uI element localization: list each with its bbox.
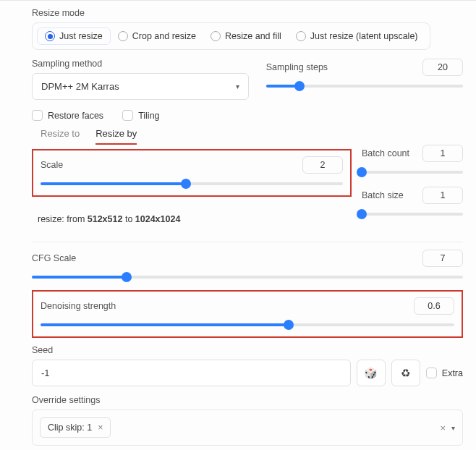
batch-count-label: Batch count: [362, 148, 409, 158]
batch-size-value[interactable]: 1: [422, 187, 463, 204]
scale-highlight-box: Scale 2: [32, 149, 352, 197]
scale-slider[interactable]: [41, 178, 343, 190]
batch-count-slider[interactable]: [362, 166, 463, 178]
resize-mode-latent-upscale[interactable]: Just resize (latent upscale): [289, 27, 425, 45]
radio-icon: [45, 31, 55, 41]
radio-label: Resize and fill: [225, 31, 281, 41]
scale-value[interactable]: 2: [302, 156, 343, 174]
seed-random-button[interactable]: 🎲: [357, 360, 386, 386]
denoise-label: Denoising strength: [41, 301, 116, 311]
checkbox-icon: [32, 110, 43, 121]
seed-input[interactable]: -1: [32, 360, 351, 386]
resize-mode-resize-and-fill[interactable]: Resize and fill: [203, 27, 289, 45]
scale-label: Scale: [41, 160, 63, 170]
slider-thumb[interactable]: [294, 81, 305, 91]
override-settings-box: Clip skip: 1 × × ▾: [32, 409, 463, 446]
denoise-value[interactable]: 0.6: [414, 297, 454, 315]
resize-mode-group: Just resize Crop and resize Resize and f…: [32, 22, 430, 50]
clear-all-icon[interactable]: ×: [440, 423, 446, 433]
radio-icon: [296, 31, 306, 41]
batch-count-value[interactable]: 1: [422, 145, 463, 162]
chip-label: Clip skip: 1: [48, 423, 92, 433]
radio-label: Just resize: [59, 31, 103, 41]
cfg-scale-value[interactable]: 7: [422, 250, 463, 267]
radio-label: Crop and resize: [132, 31, 196, 41]
chevron-down-icon: ▾: [236, 82, 239, 90]
slider-thumb[interactable]: [122, 272, 132, 282]
checkbox-label: Restore faces: [48, 111, 103, 121]
sampling-method-value: DPM++ 2M Karras: [41, 81, 119, 92]
slider-thumb[interactable]: [357, 209, 367, 219]
sampling-steps-slider[interactable]: [266, 80, 463, 92]
seed-label: Seed: [32, 345, 463, 355]
slider-thumb[interactable]: [181, 179, 191, 189]
checkbox-icon: [426, 368, 437, 378]
resize-mode-crop-and-resize[interactable]: Crop and resize: [111, 27, 203, 45]
denoise-slider[interactable]: [41, 319, 454, 331]
batch-size-label: Batch size: [362, 190, 404, 200]
denoise-highlight-box: Denoising strength 0.6: [32, 290, 463, 338]
recycle-icon: ♻: [401, 367, 410, 380]
batch-size-slider[interactable]: [362, 208, 463, 220]
sampling-method-label: Sampling method: [32, 59, 249, 69]
cfg-scale-label: CFG Scale: [32, 253, 76, 263]
resize-info: resize: from 512x512 to 1024x1024: [32, 201, 352, 234]
override-chip-clip-skip[interactable]: Clip skip: 1 ×: [40, 417, 111, 438]
checkbox-label: Extra: [442, 368, 463, 378]
checkbox-label: Tiling: [138, 111, 159, 121]
seed-reuse-button[interactable]: ♻: [391, 360, 420, 386]
sampling-steps-label: Sampling steps: [266, 62, 328, 72]
cfg-scale-slider[interactable]: [32, 271, 463, 283]
override-settings-label: Override settings: [32, 395, 463, 405]
dice-icon: 🎲: [364, 367, 378, 380]
sampling-steps-value[interactable]: 20: [422, 59, 463, 76]
slider-thumb[interactable]: [357, 167, 367, 177]
close-icon[interactable]: ×: [98, 423, 103, 433]
slider-thumb[interactable]: [284, 320, 294, 330]
radio-label: Just resize (latent upscale): [310, 31, 418, 41]
checkbox-icon: [122, 110, 133, 121]
radio-icon: [211, 31, 221, 41]
tab-resize-by[interactable]: Resize by: [95, 128, 137, 145]
restore-faces-checkbox[interactable]: Restore faces: [32, 110, 103, 121]
resize-mode-just-resize[interactable]: Just resize: [37, 27, 111, 45]
sampling-method-select[interactable]: DPM++ 2M Karras ▾: [32, 73, 249, 100]
tab-resize-to[interactable]: Resize to: [41, 128, 80, 145]
chevron-down-icon[interactable]: ▾: [451, 424, 455, 432]
radio-icon: [118, 31, 128, 41]
resize-mode-label: Resize mode: [32, 8, 463, 18]
seed-extra-checkbox[interactable]: Extra: [426, 360, 463, 386]
tiling-checkbox[interactable]: Tiling: [122, 110, 159, 121]
accordion-tiled-diffusion[interactable]: Tiled Diffusion ◀: [32, 446, 463, 450]
